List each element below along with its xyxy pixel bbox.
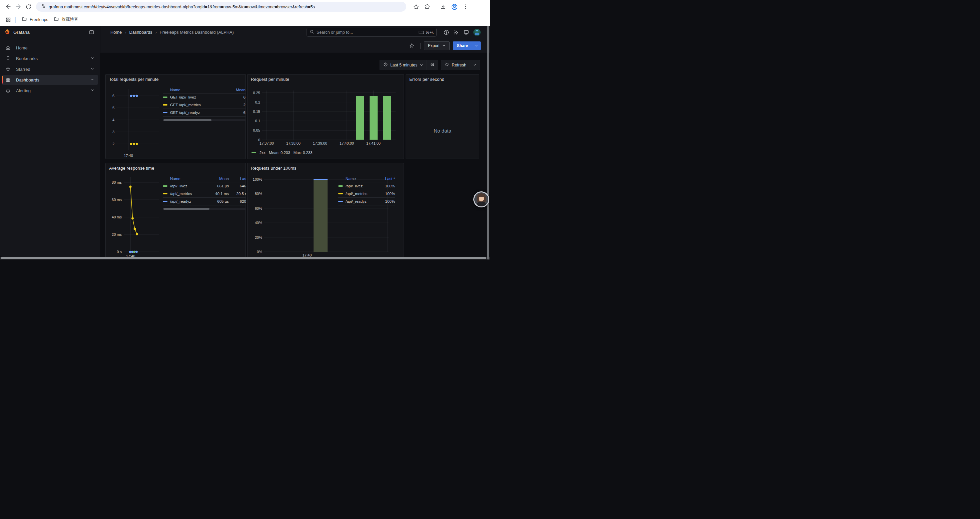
series-value: 620	[229, 200, 246, 203]
vertical-scrollbar[interactable]	[487, 26, 489, 260]
legend-table[interactable]: NameMeanGET /api/_livez6GET /api/_metric…	[163, 86, 245, 121]
legend-header[interactable]: NameMeanLas	[163, 175, 246, 182]
refresh-interval-picker[interactable]	[470, 60, 480, 70]
sidebar-item-bookmarks[interactable]: Bookmarks	[2, 53, 98, 64]
grafana-logo[interactable]	[4, 29, 10, 36]
chevron-down-icon[interactable]	[91, 77, 94, 83]
news-rss-icon[interactable]	[451, 27, 461, 37]
series-name[interactable]: /api/_readyz	[170, 200, 207, 203]
no-data-message: No data	[406, 128, 479, 134]
legend-scrollbar[interactable]	[163, 119, 245, 121]
series-name[interactable]: /api/_readyz	[345, 200, 375, 203]
breadcrumb-home[interactable]: Home	[110, 30, 122, 35]
bookmark-folder-label: 收藏博客	[62, 17, 78, 22]
bookmark-folder-blogs[interactable]: 收藏博客	[51, 15, 81, 24]
series-name[interactable]: /api/_livez	[345, 184, 375, 188]
bookmark-folder-freeleaps[interactable]: Freeleaps	[19, 15, 51, 24]
series-name[interactable]: 2xx	[259, 151, 266, 155]
series-max: Max: 0.233	[294, 151, 313, 155]
address-bar[interactable]: grafana.mathmast.com/d/deytv4rwavabkb/fr…	[36, 2, 406, 12]
chevron-down-icon[interactable]	[91, 67, 94, 72]
keyboard-icon	[418, 30, 424, 34]
breadcrumb-separator: ›	[156, 30, 157, 35]
apps-grid-icon[interactable]	[4, 15, 13, 24]
sidebar-item-starred[interactable]: Starred	[2, 64, 98, 74]
kiosk-monitor-icon[interactable]	[461, 27, 471, 37]
legend-header[interactable]: NameMean	[163, 86, 245, 94]
svg-text:40%: 40%	[255, 221, 262, 225]
panel-title[interactable]: Errors per second	[409, 77, 444, 82]
export-button[interactable]: Export	[424, 42, 450, 50]
url-text[interactable]: grafana.mathmast.com/d/deytv4rwavabkb/fr…	[49, 4, 315, 10]
legend-table[interactable]: NameLast */api/_livez100%/api/_metrics10…	[338, 175, 395, 205]
series-swatch	[163, 96, 167, 98]
share-menu-caret[interactable]	[472, 42, 480, 50]
site-settings-icon[interactable]	[40, 3, 46, 10]
sidebar-item-label: Starred	[16, 67, 91, 72]
svg-text:0.05: 0.05	[253, 128, 260, 132]
legend-header[interactable]: NameLast *	[338, 175, 395, 182]
series-name[interactable]: /api/_metrics	[345, 192, 375, 196]
profile-icon[interactable]	[449, 2, 459, 12]
chevron-down-icon[interactable]	[91, 56, 94, 61]
legend-row[interactable]: GET /api/_livez6	[163, 94, 245, 101]
dock-menu-icon[interactable]	[87, 28, 96, 37]
legend-row[interactable]: GET /api/_metrics2	[163, 101, 245, 109]
bookmark-star-icon[interactable]	[411, 2, 421, 12]
reload-icon[interactable]	[23, 2, 33, 12]
chevron-down-icon	[475, 44, 478, 48]
breadcrumb-separator: ›	[125, 30, 126, 35]
toolbar-divider	[435, 4, 435, 10]
legend-row[interactable]: /api/_readyz100%	[338, 198, 395, 205]
help-icon[interactable]	[441, 27, 451, 37]
series-value: 661 µs	[207, 184, 229, 188]
chevron-down-icon[interactable]	[91, 88, 94, 93]
legend-row[interactable]: /api/_livez661 µs646	[163, 182, 246, 190]
svg-text:0.2: 0.2	[255, 100, 260, 104]
assistant-avatar[interactable]	[473, 192, 489, 208]
panel-requests-under-100ms[interactable]: Requests under 100ms 100%80%60%40%20%0%1…	[247, 163, 404, 260]
legend-scrollbar[interactable]	[163, 208, 246, 210]
search-input[interactable]: Search or jump to... ⌘+k	[307, 28, 437, 37]
legend-row[interactable]: /api/_readyz605 µs620	[163, 198, 246, 205]
time-range-picker[interactable]: Last 5 minutes	[380, 60, 426, 70]
series-name[interactable]: GET /api/_livez	[170, 95, 229, 99]
series-value: 6	[229, 95, 245, 99]
back-icon[interactable]	[3, 2, 13, 12]
extensions-icon[interactable]	[422, 2, 432, 12]
svg-text:4: 4	[112, 118, 115, 122]
user-avatar[interactable]	[473, 29, 480, 36]
svg-text:0%: 0%	[257, 250, 262, 254]
share-button[interactable]: Share	[453, 42, 480, 50]
sidebar-nav: Home Bookmarks Starred	[0, 39, 100, 96]
chrome-menu-icon[interactable]	[461, 2, 471, 12]
svg-text:3: 3	[112, 130, 115, 134]
legend-row[interactable]: /api/_livez100%	[338, 182, 395, 190]
refresh-label: Refresh	[452, 63, 466, 67]
legend-inline[interactable]: 2xx Mean: 0.233 Max: 0.233	[251, 151, 313, 155]
downloads-icon[interactable]	[438, 2, 448, 12]
breadcrumb-dashboards[interactable]: Dashboards	[129, 30, 152, 35]
legend-table[interactable]: NameMeanLas/api/_livez661 µs646/api/_met…	[163, 175, 246, 210]
series-swatch	[163, 112, 167, 113]
legend-row[interactable]: /api/_metrics40.1 ms20.5 r	[163, 190, 246, 198]
series-name[interactable]: /api/_livez	[170, 184, 207, 188]
sidebar-item-alerting[interactable]: Alerting	[2, 86, 98, 96]
series-name[interactable]: /api/_metrics	[170, 192, 207, 196]
panel-avg-response-time[interactable]: Average response time 80 ms60 ms40 ms20 …	[105, 163, 246, 260]
forward-icon[interactable]	[13, 2, 23, 12]
sidebar-item-dashboards[interactable]: Dashboards	[2, 75, 98, 85]
panel-errors-per-second[interactable]: Errors per second No data	[406, 74, 479, 159]
refresh-button[interactable]: Refresh	[441, 60, 470, 70]
panel-total-requests[interactable]: Total requests per minute 6543217:40 Nam…	[105, 74, 246, 159]
legend-row[interactable]: /api/_metrics100%	[338, 190, 395, 198]
horizontal-scrollbar[interactable]	[0, 257, 490, 260]
favorite-star-icon[interactable]	[407, 41, 417, 51]
series-value: 2	[229, 103, 245, 107]
zoom-out-button[interactable]	[427, 60, 438, 70]
series-name[interactable]: GET /api/_readyz	[170, 110, 229, 115]
sidebar-item-home[interactable]: Home	[2, 43, 98, 53]
panel-request-per-minute[interactable]: Request per minute 0.250.20.150.10.05017…	[247, 74, 404, 159]
legend-row[interactable]: GET /api/_readyz6	[163, 109, 245, 117]
series-name[interactable]: GET /api/_metrics	[170, 103, 229, 107]
